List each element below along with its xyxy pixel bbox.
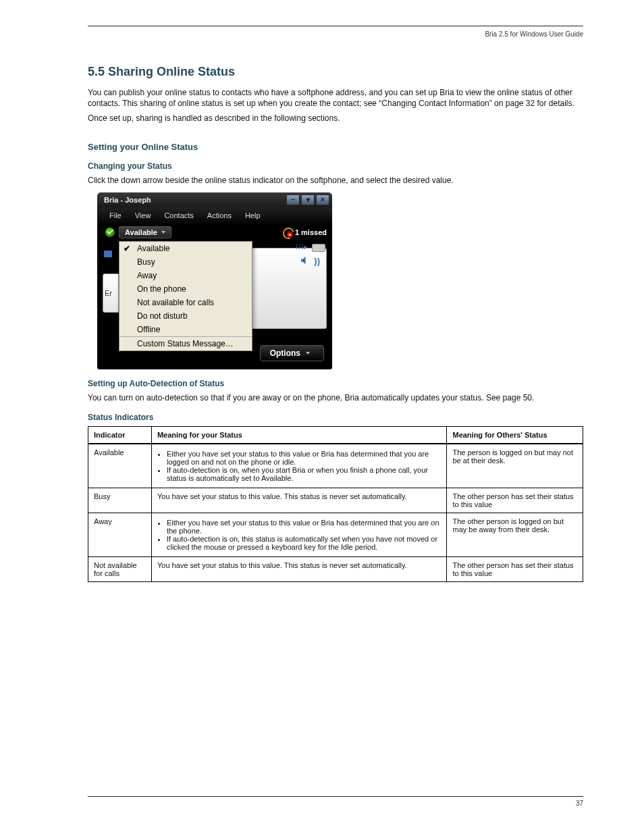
table-row: Available Either you have set your statu…: [88, 444, 583, 488]
minimize-button[interactable]: –: [286, 194, 300, 205]
page-footer: 37: [88, 796, 583, 807]
status-option-offline[interactable]: Offline: [119, 323, 252, 336]
status-option-dnd[interactable]: Do not disturb: [119, 309, 252, 323]
keyboard-icon[interactable]: [312, 244, 325, 252]
cell-meaning-your: Either you have set your status to this …: [151, 513, 447, 556]
status-option-on-the-phone[interactable]: On the phone: [119, 282, 252, 296]
menu-file[interactable]: File: [109, 211, 122, 219]
bria-body: Er ⁞⁞⁞▸ )) ✔Available Busy Away On the p…: [97, 241, 332, 369]
call-panel: ⁞⁞⁞▸ )): [251, 248, 327, 329]
status-dropdown: ✔Available Busy Away On the phone Not av…: [119, 241, 252, 351]
cell-meaning-your: Either you have set your status to this …: [151, 444, 447, 488]
auto-detect-body: You can turn on auto-detection so that i…: [88, 392, 583, 403]
status-option-available[interactable]: ✔Available: [119, 242, 252, 255]
options-button[interactable]: Options: [260, 345, 324, 361]
speaker-icon[interactable]: [300, 255, 311, 267]
intro-paragraph-1: You can publish your online status to co…: [88, 87, 583, 109]
cell-indicator: Not available for calls: [88, 556, 152, 581]
checkmark-icon: ✔: [124, 244, 130, 253]
menu-actions[interactable]: Actions: [207, 211, 232, 219]
menu-view[interactable]: View: [135, 211, 151, 219]
table-col-indicator: Indicator: [88, 426, 152, 444]
cell-meaning-others: The other person is logged on but may be…: [447, 513, 583, 556]
cell-indicator: Away: [88, 513, 152, 556]
close-button[interactable]: ×: [316, 194, 329, 205]
subheading-setting-status: Setting your Online Status: [88, 142, 583, 152]
status-indicators-table: Indicator Meaning for your Status Meanin…: [88, 426, 583, 582]
options-button-label: Options: [270, 348, 300, 358]
status-option-busy[interactable]: Busy: [119, 255, 252, 269]
table-col-others-status: Meaning for Others' Status: [447, 426, 583, 444]
subheading-changing-status: Changing your Status: [88, 161, 583, 171]
status-option-custom[interactable]: Custom Status Message…: [119, 336, 252, 350]
status-selector[interactable]: Available: [119, 226, 171, 238]
changing-status-body: Click the down arrow beside the online s…: [88, 175, 583, 186]
menu-contacts[interactable]: Contacts: [164, 211, 193, 219]
section-title: 5.5 Sharing Online Status: [88, 65, 583, 79]
missed-call-icon: ×: [283, 228, 292, 237]
table-col-your-status: Meaning for your Status: [151, 426, 447, 444]
table-row: Away Either you have set your status to …: [88, 513, 583, 556]
cell-meaning-your: You have set your status to this value. …: [151, 556, 447, 581]
status-selector-label: Available: [125, 228, 157, 236]
input-snippet: Er: [103, 273, 119, 313]
bria-titlebar: Bria - Joseph – ▾ ×: [97, 192, 332, 207]
avatar-placeholder-icon: [104, 251, 112, 257]
dialpad-icon[interactable]: ⁞⁞⁞▸: [296, 242, 308, 251]
sound-waves-icon: )): [314, 256, 320, 266]
missed-calls-indicator[interactable]: × 1 missed: [283, 228, 327, 237]
presence-available-icon: [105, 228, 115, 237]
bria-menubar: File View Contacts Actions Help: [97, 207, 332, 224]
table-row: Busy You have set your status to this va…: [88, 488, 583, 513]
intro-paragraph-2: Once set up, sharing is handled as descr…: [88, 113, 583, 124]
cell-meaning-your: You have set your status to this value. …: [151, 488, 447, 513]
bria-status-row: Available × 1 missed: [97, 224, 332, 241]
status-option-away[interactable]: Away: [119, 269, 252, 282]
cell-meaning-others: The other person has set their status to…: [447, 556, 583, 581]
page-number: 37: [88, 800, 583, 807]
header-right-label: Bria 2.5 for Windows User Guide: [88, 30, 583, 38]
bria-window-title: Bria - Joseph: [104, 196, 151, 204]
restore-button[interactable]: ▾: [301, 194, 315, 205]
header-rule: [88, 20, 583, 26]
chevron-down-icon: [161, 231, 165, 234]
chevron-down-icon: [306, 352, 310, 355]
status-option-not-available[interactable]: Not available for calls: [119, 296, 252, 309]
missed-calls-label: 1 missed: [295, 228, 327, 236]
cell-meaning-others: The other person has set their status to…: [447, 488, 583, 513]
table-row: Not available for calls You have set you…: [88, 556, 583, 581]
menu-help[interactable]: Help: [245, 211, 261, 219]
cell-meaning-others: The person is logged on but may not be a…: [447, 444, 583, 488]
bria-window: Bria - Joseph – ▾ × File View Contacts A…: [97, 192, 332, 369]
cell-indicator: Busy: [88, 488, 152, 513]
subheading-auto-detect: Setting up Auto-Detection of Status: [88, 379, 583, 388]
subheading-status-indicators: Status Indicators: [88, 413, 583, 422]
cell-indicator: Available: [88, 444, 152, 488]
